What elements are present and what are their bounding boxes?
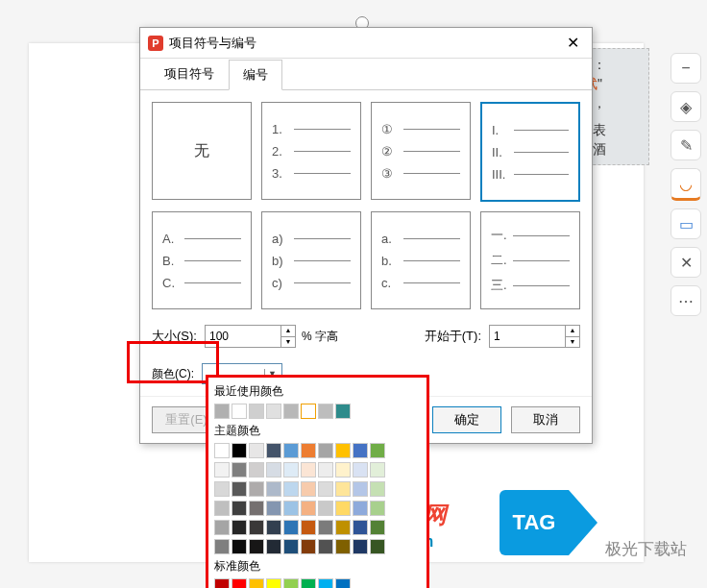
numbering-option-decimal[interactable]: 1. 2. 3. bbox=[261, 102, 361, 200]
color-swatch[interactable] bbox=[214, 481, 230, 497]
color-swatch[interactable] bbox=[266, 501, 281, 516]
numbering-option-roman[interactable]: I. II. III. bbox=[480, 102, 580, 202]
color-swatch[interactable] bbox=[249, 578, 264, 588]
ok-button[interactable]: 确定 bbox=[432, 406, 501, 433]
color-swatch[interactable] bbox=[353, 539, 368, 554]
shape-tool-icon[interactable]: ◡ bbox=[670, 168, 701, 201]
color-swatch[interactable] bbox=[335, 404, 351, 419]
color-swatch[interactable] bbox=[249, 462, 264, 478]
color-swatch[interactable] bbox=[249, 404, 264, 419]
color-swatch[interactable] bbox=[283, 443, 299, 458]
color-swatch[interactable] bbox=[353, 443, 368, 458]
color-swatch[interactable] bbox=[214, 462, 230, 478]
color-swatch[interactable] bbox=[249, 520, 264, 535]
spin-up-icon[interactable]: ▲ bbox=[566, 326, 579, 337]
pen-icon[interactable]: ✎ bbox=[670, 130, 701, 160]
color-swatch[interactable] bbox=[232, 578, 247, 588]
color-swatch[interactable] bbox=[214, 520, 230, 535]
numbering-option-lower-alpha-dot[interactable]: a. b. c. bbox=[371, 211, 471, 309]
color-swatch[interactable] bbox=[249, 539, 264, 554]
spin-down-icon[interactable]: ▼ bbox=[566, 337, 579, 348]
tab-numbering[interactable]: 编号 bbox=[229, 60, 282, 90]
color-swatch[interactable] bbox=[301, 501, 316, 516]
color-swatch[interactable] bbox=[335, 481, 351, 497]
color-swatch[interactable] bbox=[318, 520, 333, 535]
color-swatch[interactable] bbox=[318, 501, 333, 516]
spin-down-icon[interactable]: ▼ bbox=[281, 337, 295, 348]
close-icon[interactable]: ✕ bbox=[561, 34, 584, 52]
color-swatch[interactable] bbox=[232, 520, 247, 535]
color-swatch[interactable] bbox=[232, 501, 247, 516]
color-swatch[interactable] bbox=[283, 501, 299, 516]
dialog-titlebar[interactable]: P 项目符号与编号 ✕ bbox=[140, 28, 592, 59]
start-spinner[interactable]: ▲▼ bbox=[489, 325, 580, 348]
color-swatch[interactable] bbox=[318, 481, 333, 497]
color-swatch[interactable] bbox=[266, 462, 281, 478]
color-swatch[interactable] bbox=[214, 578, 230, 588]
color-swatch[interactable] bbox=[214, 404, 230, 419]
color-swatch[interactable] bbox=[370, 539, 385, 554]
size-spinner[interactable]: ▲▼ bbox=[205, 325, 296, 348]
color-swatch[interactable] bbox=[318, 462, 333, 478]
color-swatch[interactable] bbox=[335, 539, 351, 554]
tools-icon[interactable]: ✕ bbox=[670, 247, 701, 278]
color-swatch[interactable] bbox=[249, 501, 264, 516]
screen-icon[interactable]: ▭ bbox=[670, 208, 701, 239]
start-input[interactable] bbox=[490, 326, 565, 347]
numbering-option-none[interactable]: 无 bbox=[152, 102, 252, 200]
size-input[interactable] bbox=[206, 326, 280, 347]
color-swatch[interactable] bbox=[353, 501, 368, 516]
color-swatch[interactable] bbox=[232, 443, 247, 458]
color-swatch[interactable] bbox=[370, 520, 385, 535]
color-swatch[interactable] bbox=[283, 578, 299, 588]
color-swatch[interactable] bbox=[318, 443, 333, 458]
color-swatch[interactable] bbox=[283, 404, 299, 419]
color-swatch[interactable] bbox=[249, 481, 264, 497]
color-swatch[interactable] bbox=[335, 462, 351, 478]
color-swatch[interactable] bbox=[266, 443, 281, 458]
color-swatch[interactable] bbox=[353, 520, 368, 535]
color-swatch[interactable] bbox=[283, 462, 299, 478]
color-swatch[interactable] bbox=[353, 462, 368, 478]
color-swatch[interactable] bbox=[301, 481, 316, 497]
color-swatch[interactable] bbox=[266, 404, 281, 419]
numbering-option-upper-alpha[interactable]: A. B. C. bbox=[152, 211, 252, 309]
tab-bullets[interactable]: 项目符号 bbox=[150, 59, 229, 89]
color-swatch[interactable] bbox=[232, 404, 247, 419]
color-swatch[interactable] bbox=[283, 539, 299, 554]
color-swatch[interactable] bbox=[301, 520, 316, 535]
color-swatch[interactable] bbox=[370, 443, 385, 458]
color-swatch[interactable] bbox=[318, 539, 333, 554]
more-icon[interactable]: ⋯ bbox=[670, 285, 701, 316]
numbering-option-lower-alpha-paren[interactable]: a) b) c) bbox=[261, 211, 361, 309]
cancel-button[interactable]: 取消 bbox=[511, 406, 580, 433]
color-swatch[interactable] bbox=[232, 539, 247, 554]
color-swatch[interactable] bbox=[232, 481, 247, 497]
color-swatch[interactable] bbox=[232, 462, 247, 478]
collapse-button[interactable]: − bbox=[670, 53, 701, 84]
layers-icon[interactable]: ◈ bbox=[670, 91, 701, 122]
numbering-option-circled[interactable]: ① ② ③ bbox=[371, 102, 471, 200]
color-swatch[interactable] bbox=[318, 404, 333, 419]
color-swatch[interactable] bbox=[266, 578, 281, 588]
color-swatch[interactable] bbox=[335, 578, 351, 588]
color-swatch[interactable] bbox=[335, 501, 351, 516]
color-swatch[interactable] bbox=[214, 443, 230, 458]
color-swatch[interactable] bbox=[266, 481, 281, 497]
color-swatch[interactable] bbox=[353, 481, 368, 497]
color-swatch[interactable] bbox=[301, 539, 316, 554]
color-swatch[interactable] bbox=[370, 462, 385, 478]
color-swatch[interactable] bbox=[301, 578, 316, 588]
color-swatch[interactable] bbox=[301, 462, 316, 478]
color-swatch[interactable] bbox=[214, 539, 230, 554]
color-swatch[interactable] bbox=[335, 443, 351, 458]
color-swatch[interactable] bbox=[318, 578, 333, 588]
color-swatch[interactable] bbox=[283, 520, 299, 535]
color-swatch[interactable] bbox=[335, 520, 351, 535]
numbering-option-chinese[interactable]: 一. 二. 三. bbox=[480, 211, 580, 309]
color-swatch[interactable] bbox=[370, 501, 385, 516]
color-swatch[interactable] bbox=[266, 520, 281, 535]
color-swatch[interactable] bbox=[301, 443, 316, 458]
color-swatch[interactable] bbox=[301, 404, 316, 419]
color-swatch[interactable] bbox=[266, 539, 281, 554]
